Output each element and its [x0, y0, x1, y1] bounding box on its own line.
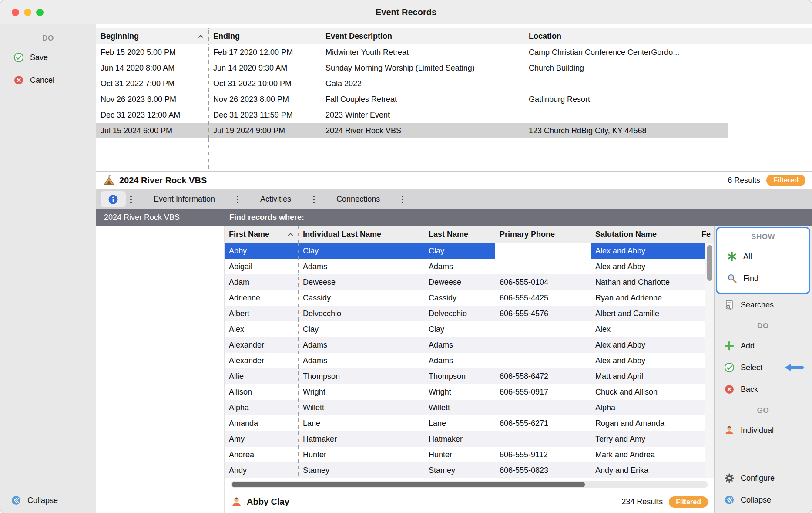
person-row-cell: 606-555-0104	[495, 274, 591, 290]
searches-label: Searches	[741, 300, 774, 310]
person-row-cell: Abigail	[225, 259, 299, 274]
tab-event-information[interactable]: Event Information	[136, 189, 232, 209]
tab-menu-dots[interactable]	[313, 199, 315, 200]
person-row-cell: Clay	[424, 321, 495, 337]
sidebar-collapse-button[interactable]: Collapse	[0, 488, 96, 513]
names-table-header: First Name Individual Last Name Last Nam…	[225, 226, 714, 243]
person-row-cell: Rogan and Amanda	[591, 415, 697, 431]
person-row[interactable]: AmyHatmakerHatmakerTerry and Amy	[225, 431, 714, 447]
event-row-cell: 123 Church RdBig City, KY 44568	[524, 123, 728, 138]
find-button[interactable]: Find	[717, 267, 809, 289]
event-row[interactable]: Nov 26 2023 6:00 PMNov 26 2023 8:00 PMFa…	[96, 91, 812, 107]
event-row-cell: Jun 14 2020 9:30 AM	[209, 60, 321, 76]
person-row[interactable]: AlbertDelvecchioDelvecchio606-555-4576Al…	[225, 306, 714, 321]
person-row-cell: Wright	[299, 384, 424, 400]
person-row[interactable]: AlexClayClayAlex	[225, 321, 714, 337]
column-label: Primary Phone	[500, 230, 555, 239]
person-row[interactable]: AllisonWrightWright606-555-0917Chuck and…	[225, 384, 714, 400]
vertical-scrollbar[interactable]	[705, 243, 714, 478]
names-results-group: 234 Results Filtered	[621, 496, 708, 508]
minimize-window-button[interactable]	[24, 9, 31, 16]
event-records-window: Event Records DO Save Cancel Collapse	[0, 0, 812, 513]
person-row[interactable]: AbbyClayClayAlex and Abby	[225, 243, 714, 259]
column-header-primary-phone[interactable]: Primary Phone	[495, 226, 591, 243]
event-row-cell: Church Building	[524, 60, 728, 76]
individual-button[interactable]: Individual	[715, 419, 812, 441]
event-row-cell: Midwinter Youth Retreat	[321, 44, 524, 60]
person-row[interactable]: AlphaWillettWillettAlpha	[225, 400, 714, 415]
names-filtered-badge[interactable]: Filtered	[669, 496, 708, 508]
configure-button[interactable]: Configure	[715, 467, 812, 489]
person-row-cell: Amanda	[225, 415, 299, 431]
event-title: 2024 River Rock VBS	[119, 176, 207, 186]
column-header-last-name[interactable]: Last Name	[424, 226, 495, 243]
event-row-cell	[524, 107, 728, 123]
person-row-cell: Delvecchio	[299, 306, 424, 321]
person-row[interactable]: AlexanderAdamsAdamsAlex and Abby	[225, 337, 714, 353]
column-label: Fe	[701, 230, 711, 239]
vertical-scrollbar-thumb[interactable]	[707, 245, 712, 281]
column-header-event-description[interactable]: Event Description	[321, 28, 524, 44]
horizontal-scrollbar-thumb[interactable]	[232, 482, 585, 487]
event-row-cell	[798, 60, 812, 76]
column-header-location[interactable]: Location	[524, 28, 728, 44]
horizontal-scrollbar-track[interactable]	[231, 481, 708, 488]
info-tab-button[interactable]	[101, 191, 126, 207]
tab-menu-dots[interactable]	[130, 199, 132, 200]
horizontal-scrollbar[interactable]	[225, 478, 714, 491]
tab-connections[interactable]: Connections	[319, 189, 397, 209]
event-row[interactable]: Dec 31 2023 12:00 AMDec 31 2023 11:59 PM…	[96, 107, 812, 123]
person-row-cell: Hunter	[299, 447, 424, 462]
individual-person-icon	[724, 425, 735, 435]
tab-activities[interactable]: Activities	[243, 189, 309, 209]
panel-collapse-button[interactable]: Collapse	[715, 489, 812, 511]
save-button[interactable]: Save	[0, 46, 96, 69]
event-row-cell	[728, 76, 798, 91]
person-row[interactable]: AbigailAdamsAdamsAlex and Abby	[225, 259, 714, 274]
searches-button[interactable]: Searches	[715, 294, 812, 316]
person-row[interactable]: AdrienneCassidyCassidy606-555-4425Ryan a…	[225, 290, 714, 306]
event-row[interactable]: Oct 31 2022 7:00 PMOct 31 2022 10:00 PMG…	[96, 76, 812, 91]
tab-menu-dots[interactable]	[402, 199, 403, 200]
event-row-cell	[798, 123, 812, 138]
tab-menu-dots[interactable]	[237, 199, 238, 200]
column-header-beginning[interactable]: Beginning	[96, 28, 209, 44]
column-header-truncated[interactable]: Fe	[697, 226, 714, 243]
person-row[interactable]: AndreaHunterHunter606-555-9112Mark and A…	[225, 447, 714, 462]
person-row[interactable]: AndyStameyStamey606-555-0823Andy and Eri…	[225, 462, 714, 478]
cancel-button[interactable]: Cancel	[0, 69, 96, 91]
gear-icon	[724, 473, 735, 483]
event-filtered-badge[interactable]: Filtered	[766, 175, 805, 186]
person-row[interactable]: AmandaLaneLane606-555-6271Rogan and Aman…	[225, 415, 714, 431]
event-row[interactable]: Feb 15 2020 5:00 PMFeb 17 2020 12:00 PMM…	[96, 44, 812, 60]
add-button[interactable]: Add	[715, 335, 812, 357]
person-row-cell: Terry and Amy	[591, 431, 697, 447]
column-label: Event Description	[325, 32, 392, 41]
event-row[interactable]: Jun 14 2020 8:00 AMJun 14 2020 9:30 AMSu…	[96, 60, 812, 76]
person-row-cell: 606-555-4425	[495, 290, 591, 306]
column-header-individual-last-name[interactable]: Individual Last Name	[299, 226, 424, 243]
person-row-cell: Cassidy	[424, 290, 495, 306]
person-row-cell: Willett	[299, 400, 424, 415]
person-row[interactable]: AlexanderAdamsAdamsAlex and Abby	[225, 353, 714, 368]
column-header-ending[interactable]: Ending	[209, 28, 321, 44]
back-button[interactable]: Back	[715, 378, 812, 400]
column-header-first-name[interactable]: First Name	[225, 226, 299, 243]
go-section-header: GO	[715, 400, 812, 419]
zoom-window-button[interactable]	[36, 9, 44, 16]
event-row-cell	[524, 76, 728, 91]
person-row[interactable]: AllieThompsonThompson606-558-6472Matt an…	[225, 368, 714, 384]
show-all-button[interactable]: All	[717, 246, 809, 267]
event-row[interactable]: Jul 15 2024 6:00 PMJul 19 2024 9:00 PM20…	[96, 123, 812, 138]
saved-searches-icon	[724, 300, 735, 310]
person-row-cell: Willett	[424, 400, 495, 415]
person-row-cell: Mark and Andrea	[591, 447, 697, 462]
person-row-cell: Adams	[424, 337, 495, 353]
sidebar-spacer	[0, 91, 96, 488]
close-window-button[interactable]	[12, 9, 19, 16]
column-header-salutation-name[interactable]: Salutation Name	[591, 226, 697, 243]
event-row-cell: Dec 31 2023 12:00 AM	[96, 107, 209, 123]
select-button[interactable]: Select	[715, 357, 812, 378]
person-row[interactable]: AdamDeweeseDeweese606-555-0104Nathan and…	[225, 274, 714, 290]
person-row-cell: Alex	[591, 321, 697, 337]
